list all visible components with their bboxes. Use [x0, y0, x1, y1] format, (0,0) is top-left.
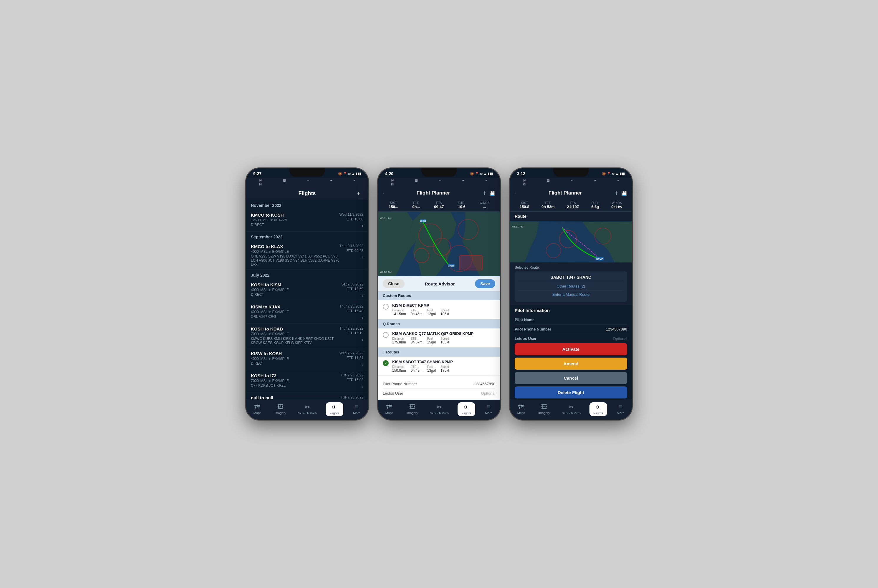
- maps-icon-2: 🗺: [386, 404, 392, 410]
- flight-item-kmco-kosh-nov[interactable]: KMCO to KOSH 12500' MSL in N1422M DIRECT…: [246, 210, 368, 232]
- stat-eta-3: ETA 21:19Z: [567, 201, 579, 209]
- share-btn-2[interactable]: ⬆: [483, 190, 486, 196]
- route-radio-direct[interactable]: [383, 304, 389, 310]
- flight-item-kism-kjax[interactable]: KISM to KJAX 4000' MSL in EXAMPLE ORL V2…: [246, 302, 368, 323]
- flight-left: KISM to KJAX 4000' MSL in EXAMPLE ORL V2…: [251, 304, 340, 319]
- route-stat: Speed 185kt: [441, 309, 449, 316]
- stat-fuel-label-2: Fuel: [458, 201, 466, 204]
- stat-ete-3: ETE 0h 53m: [541, 201, 555, 209]
- nav-maps-1[interactable]: 🗺 Maps: [248, 402, 266, 416]
- route-modal-scroll[interactable]: Close Route Advisor Save Custom Routes K…: [378, 276, 500, 400]
- planner-header-2: ‹ Flight Planner ⬆ 💾: [378, 187, 500, 199]
- flight-etd: ETD 11:31: [347, 356, 363, 360]
- modal-close-btn[interactable]: Close: [383, 279, 404, 288]
- stat-fuel-3: Fuel 6.6g: [591, 201, 599, 209]
- amend-btn[interactable]: Amend: [515, 358, 627, 370]
- top-icons-row-3: 🗺Pl 🖼 ✂ ✈ ≡: [510, 178, 632, 187]
- nav-flights-1[interactable]: ✈ Flights: [326, 402, 343, 416]
- phone-1: 9:27 🔕 📍 ≋ ▲ ▮▮▮ 🗺Pl 🖼 ✂ ✈ ≡: [245, 168, 369, 420]
- top-icon-2b: 🖼: [415, 179, 418, 186]
- save-btn-2[interactable]: 💾: [489, 190, 495, 196]
- flight-item-kosh-kdab[interactable]: KOSH to KDAB 7000' MSL in EXAMPLE KMWC K…: [246, 323, 368, 348]
- flight-item-kosh-kism[interactable]: KOSH to KISM 4000' MSL in EXAMPLE DIRECT…: [246, 279, 368, 302]
- activate-btn[interactable]: Activate: [515, 343, 627, 355]
- modal-save-btn[interactable]: Save: [475, 279, 495, 288]
- route-text-q: KISM WAKKO Q77 MATLK Q87 GRIDS KPMP Dist…: [392, 332, 495, 344]
- other-routes-btn[interactable]: Other Routes (2): [518, 282, 624, 290]
- stat-ete-value-2: 0h...: [412, 204, 420, 209]
- flight-detail1: 12500' MSL in N1422M: [251, 218, 340, 222]
- route-stat: Distance 175.8nm: [392, 337, 406, 344]
- flight-route: KOSH to I73: [251, 373, 341, 378]
- pilot-info-section: Pilot Information Pilot Name Pilot Phone…: [510, 305, 632, 341]
- maps-label-2: Maps: [385, 411, 393, 415]
- stat-eta-value-2: 09:47: [434, 204, 444, 209]
- flight-right: Thur 7/28/2022 ETD 15:19 ›: [340, 326, 363, 342]
- stat-dist-label-2: DIST: [389, 201, 398, 204]
- nav-scratch-3[interactable]: ✂ Scratch Pads: [558, 402, 585, 416]
- chevron-icon: ›: [362, 293, 363, 298]
- svg-text:KPMP: KPMP: [596, 258, 603, 261]
- nav-scratch-1[interactable]: ✂ Scratch Pads: [295, 402, 321, 416]
- status-icons-2: 🔕 📍 ≋ ▲ ▮▮▮: [470, 172, 493, 176]
- route-stats-direct: Distance 141.5nm ETE 0h 46m Fuel 12gal: [392, 309, 495, 316]
- manual-route-btn[interactable]: Enter a Manual Route: [518, 290, 624, 298]
- phones-container: 9:27 🔕 📍 ≋ ▲ ▮▮▮ 🗺Pl 🖼 ✂ ✈ ≡: [245, 168, 633, 420]
- more-icon-2: ≡: [487, 404, 490, 410]
- nav-more-1[interactable]: ≡ More: [348, 402, 366, 416]
- save-btn-3[interactable]: 💾: [621, 190, 627, 196]
- route-stat: Fuel 15gal: [427, 337, 436, 344]
- flight-item-kisw-kosh[interactable]: KISW to KOSH 4000' MSL in EXAMPLE DIRECT…: [246, 348, 368, 370]
- scratch-label-1: Scratch Pads: [298, 411, 317, 415]
- phone-2: 4:20 🔕 📍 ≋ ▲ ▮▮▮ 🗺Pl 🖼 ✂ ✈ ≡ ‹ Flight Pl…: [377, 168, 501, 420]
- route-stat: Speed 185kt: [441, 337, 449, 344]
- pilot-section-2: Pilot Phone Number 1234567890 Leidos Use…: [378, 376, 500, 400]
- route-option-direct[interactable]: KISM DIRECT KPMP Distance 141.5nm ETE 0h…: [378, 300, 500, 319]
- scratch-icon-1: ✂: [305, 404, 310, 411]
- flight-detail1: 7000' MSL in EXAMPLE: [251, 332, 340, 336]
- flight-right: Tue 7/26/2022 ETD 15:02 ›: [341, 373, 363, 389]
- cancel-btn[interactable]: Cancel: [515, 372, 627, 384]
- nav-imagery-3[interactable]: 🖼 Imagery: [535, 402, 553, 416]
- stat-winds-label-3: Winds: [611, 201, 622, 204]
- nav-flights-2[interactable]: ✈ Flights: [457, 402, 475, 416]
- scratch-label-2: Scratch Pads: [430, 411, 449, 415]
- nav-more-2[interactable]: ≡ More: [480, 402, 498, 416]
- planner-title-2: Flight Planner: [384, 190, 483, 196]
- more-icon-3: ≡: [619, 404, 622, 410]
- flights-label-1: Flights: [330, 411, 339, 415]
- share-btn-3[interactable]: ⬆: [615, 190, 618, 196]
- flight-item-kmco-klax[interactable]: KMCO to KLAX 4000' MSL in EXAMPLE ORL V2…: [246, 241, 368, 270]
- modal-title: Route Advisor: [425, 281, 455, 286]
- flights-label-2: Flights: [462, 411, 471, 415]
- flight-etd: ETD 12:59: [347, 287, 363, 291]
- flight-right: Wed 11/9/2022 ETD 10:00 ›: [340, 213, 363, 228]
- route-option-q[interactable]: KISM WAKKO Q77 MATLK Q87 GRIDS KPMP Dist…: [378, 328, 500, 348]
- maps-icon-3: 🗺: [518, 404, 524, 410]
- stat-ete-2: ETE 0h...: [412, 201, 420, 209]
- nav-more-3[interactable]: ≡ More: [612, 402, 630, 416]
- top-icons-row-2: 🗺Pl 🖼 ✂ ✈ ≡: [378, 178, 500, 187]
- nav-imagery-1[interactable]: 🖼 Imagery: [271, 402, 290, 416]
- flights-icon-3: ✈: [595, 404, 601, 411]
- nav-flights-3[interactable]: ✈ Flights: [589, 402, 607, 416]
- top-icon-3b: 🖼: [547, 179, 550, 186]
- flight-right: Thur 7/28/2022 ETD 15:48 ›: [340, 304, 363, 320]
- leidos-row: Leidos User Optional: [515, 334, 627, 341]
- nav-maps-2[interactable]: 🗺 Maps: [380, 402, 398, 416]
- nav-maps-3[interactable]: 🗺 Maps: [512, 402, 530, 416]
- route-radio-t[interactable]: [383, 360, 389, 366]
- pilot-name-label: Pilot Name: [515, 318, 534, 322]
- route-option-t[interactable]: KISM SABOT T347 SHANC KPMP Distance 150.…: [378, 357, 500, 376]
- flights-add-icon[interactable]: +: [354, 190, 363, 197]
- flights-list[interactable]: November 2022 KMCO to KOSH 12500' MSL in…: [246, 200, 368, 400]
- flight-right: Tue 7/26/2022 ETD 11:02 ›: [341, 395, 363, 400]
- pilot-phone-value-3: 1234567890: [606, 327, 627, 332]
- nav-imagery-2[interactable]: 🖼 Imagery: [403, 402, 422, 416]
- route-radio-q[interactable]: [383, 332, 389, 338]
- delete-btn[interactable]: Delete Flight: [515, 386, 627, 399]
- flight-item-null-null[interactable]: null to null 4000' MSL in EXAMPLE N/A Tu…: [246, 392, 368, 400]
- nav-scratch-2[interactable]: ✂ Scratch Pads: [426, 402, 453, 416]
- top-icon-2: 🗺Pl: [391, 179, 394, 186]
- flight-item-kosh-i73[interactable]: KOSH to I73 7000' MSL in EXAMPLE C77 KDK…: [246, 370, 368, 392]
